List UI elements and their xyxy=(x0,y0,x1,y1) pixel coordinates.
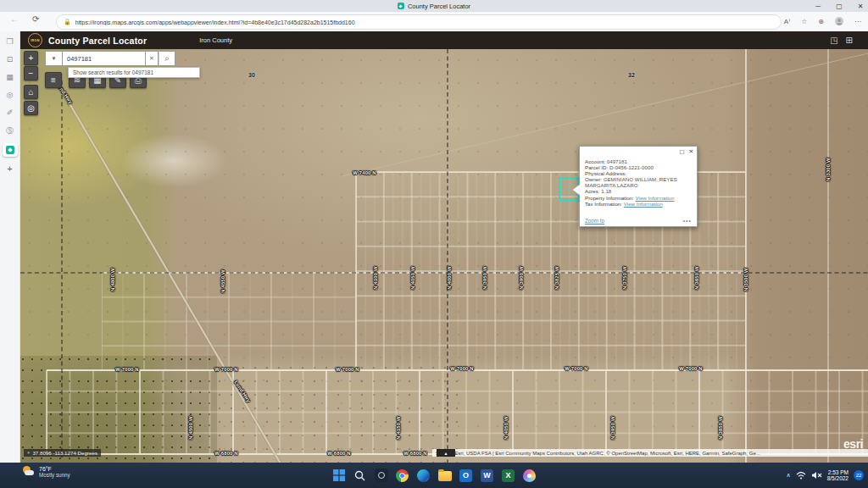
sidebar-add-icon[interactable]: + xyxy=(4,164,15,175)
chevron-down-icon: ▼ xyxy=(52,56,57,61)
search-suggestion[interactable]: Show search results for 0497181 xyxy=(68,67,200,78)
road-label: N 4500 W xyxy=(188,416,193,439)
road-label: N 4550 W xyxy=(220,269,225,292)
excel-button[interactable]: X xyxy=(501,469,515,483)
profile-avatar[interactable] xyxy=(835,17,843,25)
excel-icon: X xyxy=(502,469,515,482)
map-canvas[interactable]: W 7400 NW 7400 NW 7000 NW 7000 NW 7000 N… xyxy=(20,49,868,463)
my-location-button[interactable]: ◎ xyxy=(24,101,38,115)
word-button[interactable]: W xyxy=(480,469,494,483)
camera-icon xyxy=(375,469,388,482)
popup-more-icon[interactable]: ••• xyxy=(683,218,692,224)
map-attribution: Source: Esri, USDA FSA | Esri Community … xyxy=(432,449,868,457)
popup-footer: Zoom to ••• xyxy=(585,218,692,224)
road-label: N 4150 W xyxy=(396,416,401,439)
notification-badge[interactable]: 22 xyxy=(854,470,864,480)
site-favicon xyxy=(398,3,404,9)
back-icon[interactable]: ← xyxy=(10,14,19,24)
tab-title-text: County Parcel Locator xyxy=(408,3,470,10)
popup-close-icon[interactable]: ✕ xyxy=(689,148,693,155)
active-tab-tile[interactable] xyxy=(3,143,18,157)
parcel-search-widget: ▼ 0497181 ✕ ⌕ xyxy=(45,51,175,66)
folder-icon xyxy=(438,471,452,481)
sidebar-designer-icon[interactable]: ◎ xyxy=(4,90,15,101)
county-link[interactable]: Iron County xyxy=(199,36,232,44)
overview-map-icon[interactable]: ⊞ xyxy=(846,36,853,45)
taskbar-search-button[interactable] xyxy=(353,469,367,483)
parcel-grid-overlay xyxy=(20,49,868,463)
road-label: Lund Hwy xyxy=(233,380,251,403)
edge-button[interactable] xyxy=(416,469,431,483)
popup-field-link[interactable]: View Information xyxy=(636,195,675,201)
iron-county-logo: IRON xyxy=(28,33,42,47)
popup-field-row: Acres: 1.18 xyxy=(585,188,693,194)
parcel-info-popup: ▢ ✕ Account: 0497181Parcel ID: D-0456-12… xyxy=(579,146,698,227)
edge-icon xyxy=(417,469,430,482)
road-label: W 6800 N xyxy=(214,451,237,456)
screen: County Parcel Locator ─▢✕ ← ⟳ 🔒 https://… xyxy=(0,0,868,488)
outlook-button[interactable]: O xyxy=(459,469,473,483)
address-bar[interactable]: 🔒 https://irongis.maps.arcgis.com/apps/w… xyxy=(56,14,782,30)
restore-button[interactable]: ▢ xyxy=(835,3,843,10)
taskbar-clock[interactable]: 2:53 PM 8/5/2022 xyxy=(827,469,849,482)
sidebar-search-icon[interactable]: ❒ xyxy=(4,36,15,47)
search-button[interactable]: ⌕ xyxy=(159,51,175,66)
popup-maximize-icon[interactable]: ▢ xyxy=(679,148,684,155)
road-label: N 3500 W xyxy=(743,268,748,291)
popup-pointer xyxy=(573,185,580,195)
road-label: N 3750 W xyxy=(622,266,627,289)
volume-muted-icon[interactable] xyxy=(811,471,822,480)
popup-field-link[interactable]: View Information xyxy=(624,201,663,207)
esri-logo: esri xyxy=(843,437,863,451)
sidebar-office-icon[interactable]: ▦ xyxy=(4,72,15,83)
clock-time: 2:53 PM xyxy=(828,469,849,476)
start-button[interactable] xyxy=(331,469,346,483)
search-icon xyxy=(354,470,365,481)
zoom-out-button[interactable]: − xyxy=(24,66,38,80)
browser-tab[interactable]: County Parcel Locator xyxy=(0,0,868,12)
reload-icon[interactable]: ⟳ xyxy=(32,14,39,24)
section-number-label: 30 xyxy=(248,72,255,78)
collections-icon[interactable]: ⊕ xyxy=(818,18,824,25)
attribution-expander[interactable]: ▲ xyxy=(437,449,455,457)
paint-button[interactable] xyxy=(522,469,537,483)
sidebar-discover-icon[interactable]: ⊡ xyxy=(4,54,15,65)
file-explorer-button[interactable] xyxy=(437,469,452,483)
camera-app-button[interactable] xyxy=(374,469,388,483)
search-input[interactable]: 0497181 xyxy=(62,51,146,66)
zoom-in-button[interactable]: + xyxy=(24,51,38,65)
wifi-icon[interactable] xyxy=(796,471,806,480)
road-label: N 3900 W xyxy=(519,266,524,289)
road-label: N 3950 W xyxy=(610,416,615,439)
popup-field-row: Property Information: View Information xyxy=(585,195,693,201)
road-label: N 3850 W xyxy=(718,416,723,439)
minimize-button[interactable]: ─ xyxy=(814,3,822,10)
read-aloud-icon[interactable]: A⁾ xyxy=(784,18,790,25)
search-source-dropdown[interactable]: ▼ xyxy=(45,51,62,66)
map-labels: W 7400 NW 7400 NW 7000 NW 7000 NW 7000 N… xyxy=(20,49,868,463)
home-button[interactable]: ⌂ xyxy=(24,85,38,99)
sidebar-drop-icon[interactable]: ✐ xyxy=(4,108,15,119)
popup-field-row: Physical Address: xyxy=(585,170,693,176)
settings-menu-icon[interactable]: ⋯ xyxy=(854,18,861,25)
select-tool-icon[interactable]: ◳ xyxy=(830,36,837,45)
favorites-icon[interactable]: ☆ xyxy=(801,18,807,25)
popup-field-row: Parcel ID: D-0456-1221-0000 xyxy=(585,164,693,170)
clear-search-icon[interactable]: ✕ xyxy=(146,51,159,66)
hidden-icons-chevron[interactable]: ∧ xyxy=(787,472,791,479)
legend-button[interactable]: ≡ xyxy=(45,72,62,88)
windows-icon xyxy=(333,469,345,481)
sidebar-games-icon[interactable]: Ⓢ xyxy=(4,125,15,136)
outlook-icon: O xyxy=(459,469,472,482)
road-label: W 7400 N xyxy=(353,170,376,175)
popup-field-row: Account: 0497181 xyxy=(585,158,693,164)
zoom-to-link[interactable]: Zoom to xyxy=(585,218,604,224)
url-text: https://irongis.maps.arcgis.com/apps/web… xyxy=(75,19,355,25)
close-button[interactable]: ✕ xyxy=(856,3,865,10)
window-controls: ─▢✕ xyxy=(814,0,865,12)
popup-field-label: Acres: xyxy=(585,188,601,194)
chrome-button[interactable] xyxy=(395,469,409,483)
crosshair-icon[interactable]: ⌖ xyxy=(27,450,30,456)
browser-titlebar: County Parcel Locator ─▢✕ xyxy=(0,0,868,12)
road-label: W 7000 N xyxy=(565,366,587,371)
